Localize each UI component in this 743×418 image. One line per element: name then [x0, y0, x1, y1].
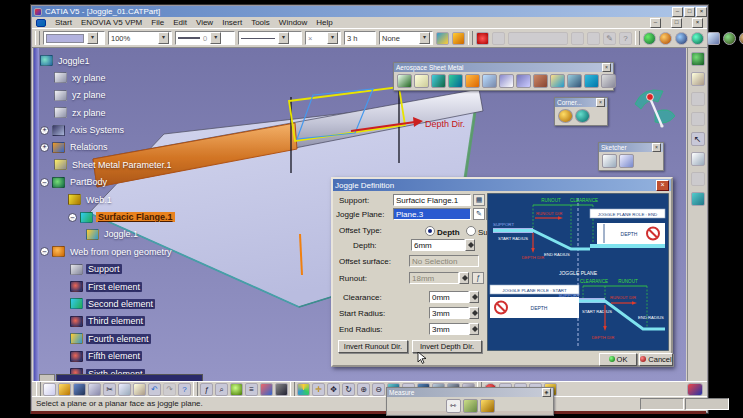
fold-unfold-tool-icon[interactable]: [584, 74, 599, 88]
fill-color-combo[interactable]: ▾: [43, 31, 105, 45]
collapse-icon[interactable]: –: [68, 213, 77, 222]
palette-titlebar[interactable]: Aerospace Sheet Metal ×: [394, 63, 613, 72]
tree-item-partbody[interactable]: –PartBody: [40, 176, 230, 189]
hide-show-bulb-icon[interactable]: [230, 383, 243, 396]
dropdown-arrow-icon[interactable]: ▾: [327, 32, 338, 44]
tree-item-relations[interactable]: +Relations: [40, 141, 230, 154]
catalog-icon[interactable]: [659, 32, 672, 45]
support-field[interactable]: Surfacic Flange.1: [393, 194, 471, 206]
geometry-window-icon[interactable]: [691, 192, 705, 206]
print-icon[interactable]: [88, 383, 101, 396]
menu-edit[interactable]: Edit: [173, 18, 187, 27]
joggle-plane-field[interactable]: Plane.3: [393, 208, 471, 220]
sketcher-icon[interactable]: [691, 152, 705, 166]
cut-icon[interactable]: ✂: [103, 383, 116, 396]
menu-view[interactable]: View: [196, 18, 213, 27]
tree-item-yz-plane[interactable]: yz plane: [54, 89, 230, 102]
web-tool-icon[interactable]: [397, 74, 412, 88]
flange-tool-icon[interactable]: [448, 74, 463, 88]
tree-item-third-element[interactable]: Third element: [70, 315, 230, 328]
extrude-tool-icon[interactable]: [414, 74, 429, 88]
formula-icon[interactable]: ƒ: [472, 272, 484, 284]
line-weight-combo[interactable]: 0 ▾: [175, 31, 235, 45]
status-cell-1[interactable]: [640, 398, 684, 410]
start-radius-spinner[interactable]: [469, 307, 479, 319]
dropdown-arrow-icon[interactable]: ▾: [278, 32, 289, 44]
flanged-hole-tool-icon[interactable]: [550, 74, 565, 88]
open-file-icon[interactable]: [58, 383, 71, 396]
simulation-icon[interactable]: [691, 32, 704, 45]
drafting-icon[interactable]: [707, 32, 720, 45]
joggle-tool-icon[interactable]: [465, 74, 480, 88]
knowledge-icon[interactable]: [643, 32, 656, 45]
tree-item-fifth-element[interactable]: Fifth element: [70, 350, 230, 363]
redo-icon[interactable]: ↷: [163, 383, 176, 396]
line-type-combo[interactable]: ▾: [238, 31, 302, 45]
copy-paste-special-icon[interactable]: ✎: [603, 32, 616, 45]
paste-icon[interactable]: [133, 383, 146, 396]
tree-item-support[interactable]: Support: [70, 263, 230, 276]
views-tool-icon[interactable]: [601, 74, 616, 88]
measure-inertia-icon[interactable]: [480, 399, 495, 413]
undo-icon[interactable]: ↶: [148, 383, 161, 396]
doc-minimize-button[interactable]: –: [650, 18, 661, 28]
bend-tool-icon[interactable]: [482, 74, 497, 88]
toolbar-handle[interactable]: [193, 382, 198, 396]
fit-all-in-icon[interactable]: ✛: [312, 383, 325, 396]
point-symbol-combo[interactable]: × ▾: [305, 31, 341, 45]
tree-item-web1[interactable]: Web.1: [68, 193, 230, 206]
close-icon[interactable]: ×: [596, 98, 605, 107]
measure-item-icon[interactable]: [463, 399, 478, 413]
chamfer-tool-icon[interactable]: [575, 109, 590, 123]
depth-field[interactable]: 6mm: [411, 239, 465, 251]
tree-item-xy-plane[interactable]: xy plane: [54, 71, 230, 84]
cancel-button[interactable]: Cancel: [639, 353, 673, 366]
close-icon[interactable]: ×: [602, 63, 611, 72]
tree-item-second-element[interactable]: Second element: [70, 297, 230, 310]
catalog-browser-icon[interactable]: [691, 72, 705, 86]
close-icon[interactable]: ×: [656, 180, 669, 191]
palette-titlebar[interactable]: Sketcher ×: [599, 143, 663, 152]
plane-sketch-button[interactable]: ✎: [473, 208, 485, 220]
ok-button[interactable]: OK: [599, 353, 637, 366]
depth-spinner[interactable]: [465, 239, 475, 251]
search-icon[interactable]: ⌕: [215, 383, 228, 396]
dropdown-arrow-icon[interactable]: ▾: [87, 32, 98, 44]
analysis-icon[interactable]: [675, 32, 688, 45]
invert-runout-dir-button[interactable]: Invert Runout Dir.: [338, 340, 408, 353]
offset-depth-radio[interactable]: Depth: [425, 226, 460, 237]
copy-icon[interactable]: [118, 383, 131, 396]
rotate-icon[interactable]: ↻: [342, 383, 355, 396]
menu-start[interactable]: Start: [55, 18, 72, 27]
dmu-icon[interactable]: [723, 32, 736, 45]
tree-item-fourth-element[interactable]: Fourth element: [70, 332, 230, 345]
minimize-button[interactable]: –: [672, 7, 683, 17]
tree-item-sheet-metal-parameter[interactable]: Sheet Metal Parameter.1: [54, 158, 230, 171]
start-radius-field[interactable]: 3mm: [429, 307, 469, 319]
zoom-in-icon[interactable]: ⊕: [357, 383, 370, 396]
scan-icon[interactable]: [691, 112, 705, 126]
expand-icon[interactable]: +: [40, 143, 49, 152]
surfacic-flange-tool-icon[interactable]: [431, 74, 446, 88]
toolbar-handle[interactable]: [35, 31, 40, 45]
new-file-icon[interactable]: [43, 383, 56, 396]
doc-restore-button[interactable]: □: [671, 18, 682, 28]
menu-file[interactable]: File: [151, 18, 164, 27]
zoom-out-icon[interactable]: ⊖: [372, 383, 385, 396]
constraints-icon[interactable]: [691, 172, 705, 186]
toolbar-handle[interactable]: [635, 31, 640, 45]
save-icon[interactable]: [73, 383, 86, 396]
render-style-combo[interactable]: None ▾: [379, 31, 433, 45]
end-radius-field[interactable]: 3mm: [429, 323, 469, 335]
collapse-icon[interactable]: –: [40, 178, 49, 187]
graph-tree-icon[interactable]: [260, 383, 273, 396]
fly-mode-icon[interactable]: [297, 383, 310, 396]
vpm-open-icon[interactable]: [571, 32, 584, 45]
menu-help[interactable]: Help: [316, 18, 332, 27]
clearance-field[interactable]: 0mm: [429, 291, 469, 303]
close-icon[interactable]: ×: [652, 143, 661, 152]
collapse-icon[interactable]: –: [40, 247, 49, 256]
corner-tool-icon[interactable]: [558, 109, 573, 123]
vpm-workpackage-field[interactable]: [508, 32, 568, 45]
options-icon[interactable]: [275, 383, 288, 396]
